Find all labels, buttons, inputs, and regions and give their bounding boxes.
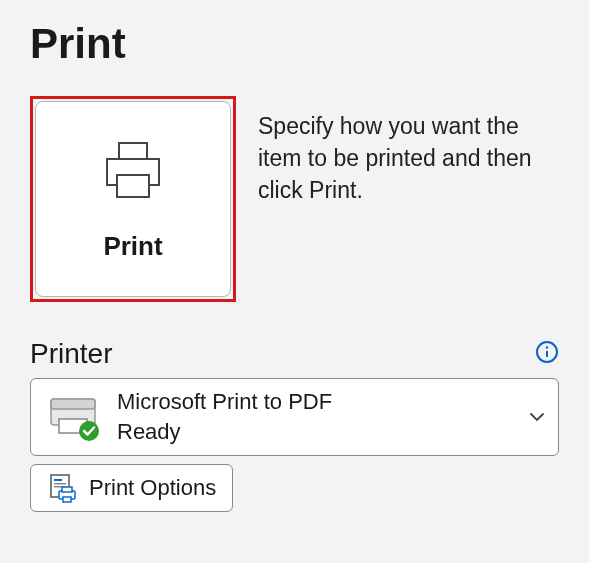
printer-status: Ready [117, 419, 514, 445]
printer-text: Microsoft Print to PDF Ready [117, 389, 514, 445]
svg-rect-16 [62, 487, 72, 492]
print-options-label: Print Options [89, 475, 216, 501]
info-icon[interactable] [535, 340, 559, 364]
print-button-label: Print [103, 231, 162, 262]
svg-rect-17 [63, 497, 71, 502]
svg-rect-13 [54, 483, 66, 485]
printer-heading: Printer [30, 338, 112, 370]
printer-name: Microsoft Print to PDF [117, 389, 514, 415]
print-options-icon [47, 473, 77, 503]
print-button[interactable]: Print [35, 101, 231, 297]
top-row: Print Specify how you want the item to b… [30, 96, 559, 302]
highlight-box: Print [30, 96, 236, 302]
chevron-down-icon [530, 409, 544, 425]
svg-rect-12 [54, 479, 62, 481]
printer-section: Printer Microsoft Print to PDF Ready [30, 338, 559, 512]
printer-icon [97, 137, 169, 209]
printer-device-icon [45, 389, 101, 445]
page-title: Print [30, 20, 559, 68]
svg-rect-8 [51, 399, 95, 409]
svg-point-5 [546, 346, 548, 348]
print-options-button[interactable]: Print Options [30, 464, 233, 512]
printer-dropdown[interactable]: Microsoft Print to PDF Ready [30, 378, 559, 456]
svg-rect-0 [119, 143, 147, 159]
printer-header-row: Printer [30, 338, 559, 370]
print-description: Specify how you want the item to be prin… [258, 96, 548, 302]
svg-rect-1 [117, 175, 149, 197]
svg-point-10 [79, 421, 99, 441]
